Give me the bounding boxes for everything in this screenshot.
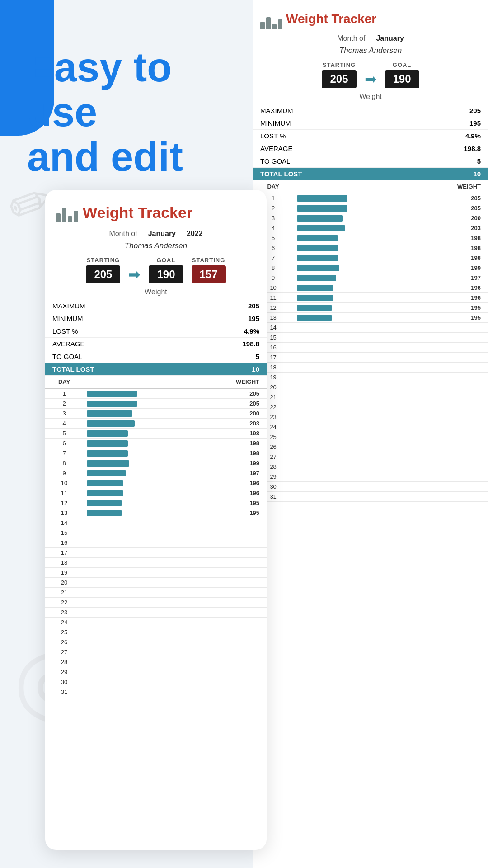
weight-value bbox=[198, 538, 267, 548]
day-number: 6 bbox=[45, 439, 83, 448]
weight-value: 196 bbox=[416, 283, 488, 293]
table-row: 3200 bbox=[45, 409, 267, 419]
month-row-left: Month of January 2022 bbox=[45, 228, 267, 240]
day-number: 12 bbox=[45, 498, 83, 508]
month-row-right: Month of January bbox=[253, 33, 488, 44]
day-number: 9 bbox=[45, 468, 83, 478]
weight-value bbox=[416, 323, 488, 333]
starting-value-left: 205 bbox=[86, 265, 120, 283]
user-name-left: Thomas Andersen bbox=[125, 241, 187, 250]
bar-cell bbox=[83, 528, 198, 538]
bar-cell bbox=[293, 223, 415, 233]
table-row: 18 bbox=[253, 363, 488, 373]
day-number: 27 bbox=[45, 647, 83, 657]
table-row: 24 bbox=[253, 422, 488, 432]
table-row: 26 bbox=[253, 442, 488, 452]
weight-value bbox=[416, 373, 488, 382]
table-row: 8199 bbox=[253, 263, 488, 273]
bar-cell bbox=[293, 412, 415, 422]
table-row: 12195 bbox=[45, 498, 267, 508]
weight-value: 198 bbox=[416, 253, 488, 263]
weight-value bbox=[416, 442, 488, 452]
bar-cell bbox=[293, 303, 415, 313]
weight-value bbox=[416, 392, 488, 402]
data-bar bbox=[87, 420, 135, 427]
table-row: 23 bbox=[45, 608, 267, 618]
starting-block-left: STARTING 205 bbox=[86, 257, 120, 283]
table-row: 12195 bbox=[253, 303, 488, 313]
day-table-left: DAY WEIGHT 12052205320042035198619871988… bbox=[45, 376, 267, 697]
stat-value: 10 bbox=[404, 168, 488, 180]
bar-cell bbox=[293, 243, 415, 253]
stat-value: 205 bbox=[187, 300, 267, 312]
goal-value-right: 190 bbox=[385, 70, 419, 88]
day-number: 14 bbox=[45, 518, 83, 528]
day-number: 22 bbox=[45, 598, 83, 608]
bar-cell bbox=[293, 203, 415, 213]
stat-label: LOST % bbox=[45, 325, 187, 338]
weight-value: 199 bbox=[198, 458, 267, 468]
day-table-right: DAY WEIGHT 12052205320042035198619871988… bbox=[253, 180, 488, 502]
bar-cell bbox=[83, 508, 198, 518]
bar-cell bbox=[83, 687, 198, 697]
table-row: 31 bbox=[45, 687, 267, 697]
stat-label: TOTAL LOST bbox=[45, 363, 187, 376]
day-number: 15 bbox=[45, 528, 83, 538]
stat-label: TOTAL LOST bbox=[253, 168, 404, 180]
month-label: Month of bbox=[109, 230, 137, 238]
table-row: 11196 bbox=[253, 293, 488, 303]
weight-value: 197 bbox=[416, 273, 488, 283]
headline-line2: and edit bbox=[27, 135, 235, 179]
bar-cell bbox=[83, 647, 198, 657]
bar-cell bbox=[83, 488, 198, 498]
bar-cell bbox=[293, 373, 415, 382]
bar-cell bbox=[293, 343, 415, 353]
stat-label: MINIMUM bbox=[45, 312, 187, 325]
bar-cell bbox=[83, 439, 198, 448]
data-bar bbox=[297, 255, 338, 261]
bar-cell bbox=[293, 263, 415, 273]
starting-label-left: STARTING bbox=[87, 257, 120, 264]
stat-value: 4.9% bbox=[187, 325, 267, 338]
data-bar bbox=[87, 480, 123, 486]
day-number: 1 bbox=[45, 388, 83, 399]
table-row: 13195 bbox=[45, 508, 267, 518]
data-bar bbox=[87, 490, 123, 496]
weight-value bbox=[198, 588, 267, 598]
day-col-header-left: DAY bbox=[45, 376, 83, 388]
bar-cell bbox=[83, 429, 198, 439]
data-bar bbox=[87, 510, 122, 516]
weight-value: 196 bbox=[416, 293, 488, 303]
weight-value bbox=[416, 452, 488, 462]
weight-value bbox=[198, 578, 267, 588]
table-row: 19 bbox=[253, 373, 488, 382]
bar-cell bbox=[83, 618, 198, 627]
headline: Easy to use and edit bbox=[27, 45, 235, 179]
day-number: 8 bbox=[45, 458, 83, 468]
weight-value: 196 bbox=[198, 488, 267, 498]
weight-value bbox=[198, 598, 267, 608]
table-row: 2205 bbox=[45, 399, 267, 409]
day-number: 28 bbox=[45, 657, 83, 667]
weight-value bbox=[198, 667, 267, 677]
bar-cell bbox=[293, 482, 415, 492]
weight-value bbox=[416, 412, 488, 422]
day-number: 29 bbox=[45, 667, 83, 677]
arrow-icon-left: ➡ bbox=[128, 266, 141, 283]
data-bar bbox=[87, 410, 132, 417]
weight-value bbox=[198, 608, 267, 618]
weight-value: 195 bbox=[198, 508, 267, 518]
bar-cell bbox=[83, 627, 198, 637]
tracker-title-accent: Tracker bbox=[138, 204, 192, 221]
weight-value bbox=[416, 432, 488, 442]
weight-value: 203 bbox=[416, 223, 488, 233]
day-number: 19 bbox=[45, 568, 83, 578]
stat-value: 198.8 bbox=[404, 142, 488, 155]
left-spreadsheet-card: Weight Tracker Month of January 2022 Tho… bbox=[45, 190, 267, 850]
bar-cell bbox=[293, 452, 415, 462]
bar-cell bbox=[293, 313, 415, 323]
stat-value: 4.9% bbox=[404, 130, 488, 142]
day-number: 23 bbox=[45, 608, 83, 618]
month-label-right: Month of bbox=[337, 34, 365, 42]
table-row: 15 bbox=[45, 528, 267, 538]
